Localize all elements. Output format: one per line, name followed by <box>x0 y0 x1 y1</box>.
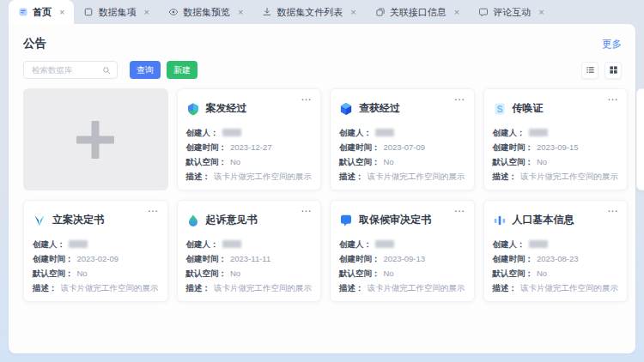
creator-value-masked <box>375 129 394 136</box>
page-title: 公告 <box>23 36 46 51</box>
tab-label: 数据集项 <box>98 6 136 19</box>
card-more-menu-icon[interactable]: … <box>454 202 466 214</box>
panel-header: 公告 更多 <box>23 36 622 51</box>
creator-label: 创建人： <box>493 127 526 138</box>
created-time-value: 2023-11-11 <box>230 253 270 264</box>
card-1[interactable]: … 查获经过 创建人： 创建时间： 2023-07-09 默认空间： No 描述… <box>330 88 475 190</box>
tab-label: 评论互动 <box>493 6 531 19</box>
tab-bar: 首页×数据集项×数据集预览×数据集文件列表×关联接口信息×评论互动× <box>0 0 644 24</box>
tab-4[interactable]: 关联接口信息× <box>366 0 469 24</box>
plus-icon <box>76 121 114 159</box>
default-space-label: 默认空间： <box>186 156 228 167</box>
description-value: 该卡片做完工作空间的展示 <box>368 282 465 293</box>
card-4[interactable]: … 立案决定书 创建人： 创建时间： 2023-02-09 默认空间： No 描… <box>23 200 168 302</box>
card-more-menu-icon[interactable]: … <box>454 90 466 103</box>
card-6[interactable]: … 取保候审决定书 创建人： 创建时间： 2023-09-13 默认空间： No… <box>330 200 475 302</box>
creator-label: 创建人： <box>33 238 65 250</box>
created-time-label: 创建时间： <box>33 253 74 264</box>
announcement-panel: 公告 更多 查询 新建 … 案发经过 创建人： 创建时 <box>9 24 635 353</box>
card-title: 查获经过 <box>359 101 400 116</box>
indict-icon <box>186 214 200 227</box>
card-7[interactable]: … 人口基本信息 创建人： 创建时间： 2023-08-23 默认空间： No … <box>483 200 629 302</box>
card-more-menu-icon[interactable]: … <box>607 90 619 103</box>
tab-label: 数据集文件列表 <box>276 6 343 19</box>
create-button[interactable]: 新建 <box>167 61 197 79</box>
home-doc-icon <box>18 7 28 17</box>
search-icon <box>102 66 111 75</box>
svg-text:S: S <box>496 104 502 113</box>
creator-value-masked <box>529 240 548 248</box>
default-space-label: 默认空间： <box>33 268 74 279</box>
description-value: 该卡片做完工作空间的展示 <box>520 171 618 182</box>
card-title: 取保候审决定书 <box>359 213 431 227</box>
list-view-button[interactable] <box>581 62 598 79</box>
case-shield-icon <box>186 102 200 116</box>
grid-view-button[interactable] <box>605 62 622 79</box>
link-copy-icon <box>375 7 386 17</box>
close-icon[interactable]: × <box>350 7 355 17</box>
creator-label: 创建人： <box>339 127 372 138</box>
card-title: 起诉意见书 <box>206 213 258 227</box>
default-space-value: No <box>77 268 88 279</box>
description-value: 该卡片做完工作空间的展示 <box>214 282 312 293</box>
more-link[interactable]: 更多 <box>602 38 622 51</box>
close-icon[interactable]: × <box>238 7 243 17</box>
grid-view-icon <box>609 65 618 75</box>
tab-1[interactable]: 数据集项× <box>74 0 158 24</box>
card-title: 案发经过 <box>206 101 247 116</box>
card-0[interactable]: … 案发经过 创建人： 创建时间： 2023-12-27 默认空间： No 描述… <box>177 88 322 190</box>
search-input[interactable] <box>30 64 102 75</box>
card-title: 立案决定书 <box>52 213 104 227</box>
creator-label: 创建人： <box>186 238 219 250</box>
creator-value-masked <box>69 240 88 248</box>
summon-doc-icon: S <box>493 102 507 116</box>
close-icon[interactable]: × <box>538 7 544 17</box>
creator-label: 创建人： <box>339 238 372 250</box>
tab-2[interactable]: 数据集预览× <box>159 0 252 24</box>
close-icon[interactable]: × <box>59 7 64 17</box>
default-space-value: No <box>537 268 547 279</box>
close-icon[interactable]: × <box>454 7 459 17</box>
card-more-menu-icon[interactable]: … <box>301 90 313 103</box>
description-value: 该卡片做完工作空间的展示 <box>214 171 312 182</box>
default-space-value: No <box>537 156 547 167</box>
created-time-value: 2023-08-23 <box>537 253 579 264</box>
card-3[interactable]: … 检验报告 创建人： 创建时间： 2023-07-06 默认空间： No 描述… <box>636 88 644 190</box>
creator-value-masked <box>222 129 241 136</box>
tab-0[interactable]: 首页× <box>9 0 74 24</box>
dataset-icon <box>83 7 94 17</box>
query-button[interactable]: 查询 <box>130 61 161 79</box>
download-icon <box>262 7 272 17</box>
tab-5[interactable]: 评论互动× <box>469 0 553 24</box>
card-more-menu-icon[interactable]: … <box>148 202 160 214</box>
close-icon[interactable]: × <box>143 7 149 17</box>
card-more-menu-icon[interactable]: … <box>301 202 313 214</box>
created-time-label: 创建时间： <box>186 253 228 264</box>
description-value: 该卡片做完工作空间的展示 <box>368 171 465 182</box>
add-card-button[interactable] <box>23 88 168 190</box>
card-more-menu-icon[interactable]: … <box>607 202 619 214</box>
description-label: 描述： <box>493 282 518 293</box>
created-time-label: 创建时间： <box>493 253 534 264</box>
created-time-label: 创建时间： <box>339 253 380 264</box>
card-5[interactable]: … 起诉意见书 创建人： 创建时间： 2023-11-11 默认空间： No 描… <box>177 200 322 302</box>
description-label: 描述： <box>186 171 211 182</box>
gem-icon <box>339 102 353 116</box>
created-time-value: 2023-07-09 <box>384 142 426 153</box>
description-label: 描述： <box>186 282 211 293</box>
default-space-value: No <box>384 268 394 279</box>
default-space-value: No <box>230 268 240 279</box>
card-2[interactable]: … S 传唤证 创建人： 创建时间： 2023-09-15 默认空间： No 描… <box>483 88 629 190</box>
default-space-value: No <box>384 156 394 167</box>
search-box[interactable] <box>23 61 118 79</box>
eye-icon <box>168 7 179 17</box>
comment-icon <box>478 7 489 17</box>
default-space-label: 默认空间： <box>186 268 228 279</box>
description-label: 描述： <box>339 282 364 293</box>
created-time-label: 创建时间： <box>186 142 228 153</box>
tab-3[interactable]: 数据集文件列表× <box>252 0 365 24</box>
created-time-label: 创建时间： <box>339 142 380 153</box>
card-grid: … 案发经过 创建人： 创建时间： 2023-12-27 默认空间： No 描述… <box>23 88 622 302</box>
creator-value-masked <box>529 129 548 136</box>
tab-label: 首页 <box>33 6 52 19</box>
